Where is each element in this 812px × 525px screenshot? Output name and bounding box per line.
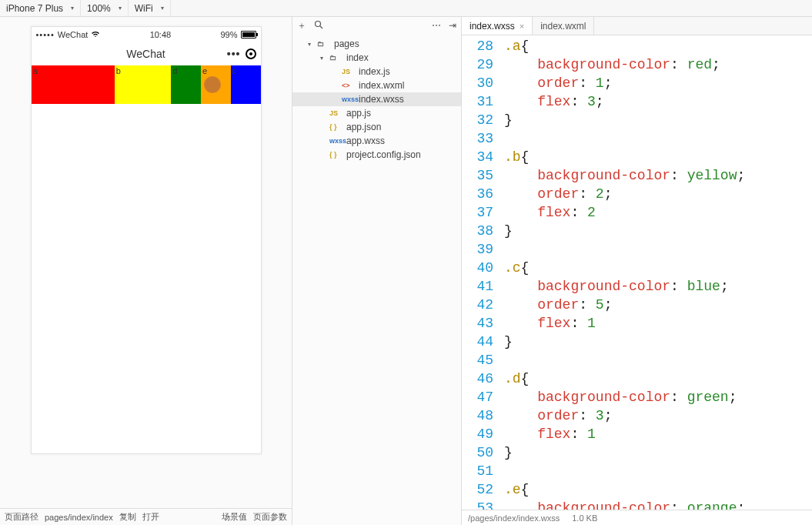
page-path: pages/index/index <box>45 513 113 522</box>
clock-label: 10:48 <box>150 30 172 39</box>
code-line: 42 order: 5; <box>462 296 812 314</box>
editor-tabs: index.wxss × index.wxml <box>462 17 812 35</box>
tab-index-wxml[interactable]: index.wxml <box>533 17 594 35</box>
zoom-selector[interactable]: 100% ▾ <box>81 0 129 16</box>
file-index-wxml[interactable]: <>index.wxml <box>292 79 461 92</box>
more-icon[interactable]: ⋯ <box>432 20 441 31</box>
file-tree: ▾🗀pages ▾🗀index JSindex.js <>index.wxml … <box>292 34 461 165</box>
network-selector[interactable]: WiFi ▾ <box>129 0 171 16</box>
status-bar: ••••• WeChat 10:48 99% <box>32 27 261 42</box>
scene-link[interactable]: 场景值 <box>222 511 247 523</box>
code-line: 51 <box>462 462 812 480</box>
chevron-down-icon: ▾ <box>119 5 122 12</box>
box-d: d <box>171 65 201 104</box>
code-line: 46.d{ <box>462 370 812 388</box>
battery-percent: 99% <box>220 30 237 39</box>
file-index-wxss[interactable]: wxssindex.wxss <box>292 92 461 106</box>
box-b: b <box>115 65 172 104</box>
code-line: 28.a{ <box>462 37 812 55</box>
simulator-footer: 页面路径 pages/index/index 复制 打开 场景值 页面参数 <box>0 508 292 525</box>
code-line: 45 <box>462 351 812 370</box>
code-line: 34.b{ <box>462 148 812 166</box>
chevron-down-icon: ▾ <box>161 5 164 12</box>
code-line: 35 background-color: yellow; <box>462 166 812 185</box>
top-toolbar: iPhone 7 Plus ▾ 100% ▾ WiFi ▾ <box>0 0 812 17</box>
device-label: iPhone 7 Plus <box>6 3 63 14</box>
code-line: 53 background-color: orange; <box>462 499 812 510</box>
editor-status-bar: /pages/index/index.wxss 1.0 KB <box>462 510 812 525</box>
code-line: 36 order: 2; <box>462 185 812 203</box>
touch-indicator-icon <box>204 76 221 93</box>
folder-index[interactable]: ▾🗀index <box>292 51 461 65</box>
box-a: a <box>32 65 115 104</box>
code-line: 48 order: 3; <box>462 406 812 425</box>
explorer-toolbar: ＋ ⋯ ⇥ <box>292 17 461 34</box>
file-size: 1.0 KB <box>572 513 597 523</box>
code-line: 33 <box>462 129 812 148</box>
nav-title: WeChat <box>126 48 165 60</box>
zoom-label: 100% <box>87 3 111 14</box>
editor-panel: index.wxss × index.wxml 28.a{29 backgrou… <box>462 17 812 525</box>
tab-label: index.wxss <box>469 21 515 32</box>
tab-label: index.wxml <box>540 21 586 32</box>
path-label: 页面路径 <box>5 511 38 523</box>
wifi-icon <box>91 30 100 39</box>
collapse-icon[interactable]: ⇥ <box>449 20 456 31</box>
close-icon[interactable]: × <box>520 22 524 31</box>
code-line: 43 flex: 1 <box>462 314 812 333</box>
file-project-config[interactable]: { }project.config.json <box>292 148 461 162</box>
code-line: 44} <box>462 333 812 351</box>
code-line: 37 flex: 2 <box>462 203 812 222</box>
open-link[interactable]: 打开 <box>142 511 159 523</box>
chevron-down-icon: ▾ <box>71 5 74 12</box>
code-line: 50} <box>462 443 812 462</box>
svg-point-0 <box>316 21 321 26</box>
new-file-icon[interactable]: ＋ <box>297 19 306 32</box>
code-line: 38} <box>462 222 812 240</box>
search-icon[interactable] <box>314 20 323 32</box>
code-line: 30 order: 1; <box>462 74 812 92</box>
device-frame: ••••• WeChat 10:48 99% We <box>31 26 262 454</box>
file-index-js[interactable]: JSindex.js <box>292 65 461 79</box>
more-icon[interactable]: ••• <box>227 48 241 60</box>
device-selector[interactable]: iPhone 7 Plus ▾ <box>0 0 81 16</box>
file-path: /pages/index/index.wxss <box>468 513 560 523</box>
file-app-js[interactable]: JSapp.js <box>292 106 461 120</box>
signal-dots: ••••• <box>36 30 55 39</box>
code-line: 32} <box>462 111 812 129</box>
code-editor[interactable]: 28.a{29 background-color: red;30 order: … <box>462 35 812 510</box>
code-line: 29 background-color: red; <box>462 55 812 74</box>
copy-link[interactable]: 复制 <box>119 511 136 523</box>
folder-pages[interactable]: ▾🗀pages <box>292 37 461 51</box>
box-c: c <box>231 65 261 104</box>
file-app-wxss[interactable]: wxssapp.wxss <box>292 134 461 148</box>
code-line: 41 background-color: blue; <box>462 277 812 296</box>
flex-demo: a b c d e <box>32 65 261 104</box>
target-icon[interactable] <box>246 48 256 59</box>
code-line: 49 flex: 1 <box>462 425 812 443</box>
network-label: WiFi <box>135 3 153 14</box>
file-app-json[interactable]: { }app.json <box>292 120 461 134</box>
carrier-label: WeChat <box>58 30 89 39</box>
simulator-panel: ••••• WeChat 10:48 99% We <box>0 17 292 525</box>
svg-line-1 <box>320 26 322 28</box>
code-line: 52.e{ <box>462 480 812 499</box>
tab-index-wxss[interactable]: index.wxss × <box>462 17 533 35</box>
params-link[interactable]: 页面参数 <box>253 511 287 523</box>
box-e: e <box>201 65 231 104</box>
code-line: 31 flex: 3; <box>462 92 812 111</box>
code-line: 39 <box>462 240 812 259</box>
battery-icon <box>241 31 256 38</box>
box-e-label: e <box>202 66 207 75</box>
nav-bar: WeChat ••• <box>32 42 261 65</box>
file-explorer: ＋ ⋯ ⇥ ▾🗀pages ▾🗀index JSindex.js <>index… <box>292 17 462 525</box>
code-line: 47 background-color: green; <box>462 388 812 406</box>
code-line: 40.c{ <box>462 259 812 277</box>
